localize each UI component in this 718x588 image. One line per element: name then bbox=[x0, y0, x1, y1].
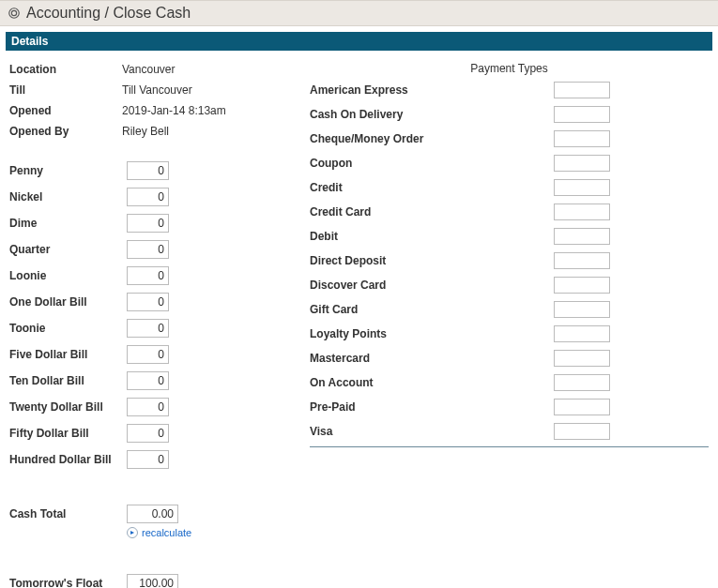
denomination-label: Loonie bbox=[9, 269, 127, 282]
tomorrows-float-label: Tomorrow's Float bbox=[9, 577, 127, 588]
payment-type-row: Pre-Paid bbox=[310, 398, 709, 416]
payment-type-row: Debit bbox=[310, 227, 709, 246]
payment-type-label: Direct Deposit bbox=[310, 254, 554, 267]
payment-type-row: Visa bbox=[310, 422, 709, 441]
denomination-row: Toonie bbox=[9, 319, 291, 338]
svg-point-0 bbox=[9, 8, 20, 19]
denomination-row: One Dollar Bill bbox=[9, 293, 291, 311]
payment-type-input[interactable] bbox=[554, 277, 610, 294]
payment-types-header: Payment Types bbox=[310, 60, 709, 81]
payment-type-row: Gift Card bbox=[310, 300, 709, 319]
denomination-row: Quarter bbox=[9, 240, 291, 259]
denomination-input[interactable] bbox=[127, 293, 169, 311]
payment-type-input[interactable] bbox=[554, 130, 610, 147]
denomination-label: Quarter bbox=[9, 243, 127, 256]
denomination-input[interactable] bbox=[127, 450, 169, 469]
payment-type-row: American Express bbox=[310, 81, 709, 99]
denomination-label: Five Dollar Bill bbox=[9, 348, 127, 361]
tomorrows-float-input[interactable] bbox=[127, 574, 178, 588]
payment-type-row: Credit bbox=[310, 178, 709, 197]
payment-type-input[interactable] bbox=[554, 155, 610, 172]
payment-type-label: Credit Card bbox=[310, 205, 554, 219]
payment-type-label: Coupon bbox=[310, 157, 554, 170]
recalculate-label: recalculate bbox=[142, 527, 191, 538]
denomination-label: Dime bbox=[9, 217, 127, 230]
denomination-row: Nickel bbox=[9, 188, 291, 206]
denomination-input[interactable] bbox=[127, 424, 169, 443]
cash-total-input[interactable] bbox=[127, 505, 178, 523]
payment-type-label: Visa bbox=[310, 425, 554, 438]
payment-type-input[interactable] bbox=[554, 350, 610, 367]
payment-type-label: Mastercard bbox=[310, 352, 554, 365]
svg-point-1 bbox=[11, 10, 16, 15]
payment-type-row: Direct Deposit bbox=[310, 251, 709, 270]
payment-types-divider bbox=[310, 446, 709, 447]
payment-type-row: Cheque/Money Order bbox=[310, 129, 709, 148]
left-column: Location Vancouver Till Till Vancouver O… bbox=[9, 60, 291, 588]
payment-type-label: Credit bbox=[310, 181, 554, 194]
payment-type-label: Discover Card bbox=[310, 279, 554, 292]
denomination-input[interactable] bbox=[127, 319, 169, 338]
location-value: Vancouver bbox=[122, 63, 175, 76]
opened-label: Opened bbox=[9, 104, 122, 117]
payment-type-input[interactable] bbox=[554, 325, 610, 342]
payment-type-row: Cash On Delivery bbox=[310, 105, 709, 124]
denomination-label: Hundred Dollar Bill bbox=[9, 453, 127, 466]
denomination-label: Twenty Dollar Bill bbox=[9, 400, 127, 414]
payment-type-label: On Account bbox=[310, 376, 554, 389]
denomination-row: Dime bbox=[9, 214, 291, 233]
till-label: Till bbox=[9, 83, 122, 97]
denomination-input[interactable] bbox=[127, 398, 169, 416]
page-title: Accounting / Close Cash bbox=[26, 5, 191, 22]
payment-type-input[interactable] bbox=[554, 204, 610, 220]
location-label: Location bbox=[9, 63, 122, 76]
payment-type-row: On Account bbox=[310, 373, 709, 392]
payment-type-label: Gift Card bbox=[310, 303, 554, 316]
payment-type-row: Discover Card bbox=[310, 276, 709, 294]
details-section-header: Details bbox=[6, 32, 712, 51]
title-bar: Accounting / Close Cash bbox=[0, 0, 718, 26]
denomination-label: Nickel bbox=[9, 190, 127, 204]
payment-type-input[interactable] bbox=[554, 423, 610, 440]
denomination-input[interactable] bbox=[127, 345, 169, 364]
opened-by-label: Opened By bbox=[9, 125, 122, 138]
denomination-input[interactable] bbox=[127, 240, 169, 259]
opened-by-value: Riley Bell bbox=[122, 125, 169, 138]
denomination-row: Twenty Dollar Bill bbox=[9, 398, 291, 416]
payment-type-label: Cash On Delivery bbox=[310, 108, 554, 121]
payment-type-input[interactable] bbox=[554, 106, 610, 123]
payment-type-input[interactable] bbox=[554, 252, 610, 269]
denomination-row: Fifty Dollar Bill bbox=[9, 424, 291, 443]
denomination-input[interactable] bbox=[127, 188, 169, 206]
denomination-label: One Dollar Bill bbox=[9, 295, 127, 309]
payment-type-row: Loyalty Points bbox=[310, 324, 709, 343]
payment-type-row: Mastercard bbox=[310, 349, 709, 368]
recalculate-link[interactable]: ▸ recalculate bbox=[127, 527, 291, 538]
denomination-row: Hundred Dollar Bill bbox=[9, 450, 291, 469]
denomination-input[interactable] bbox=[127, 266, 169, 285]
denomination-label: Penny bbox=[9, 164, 127, 177]
denomination-input[interactable] bbox=[127, 161, 169, 180]
payment-type-row: Credit Card bbox=[310, 203, 709, 221]
payment-type-input[interactable] bbox=[554, 374, 610, 391]
denomination-label: Ten Dollar Bill bbox=[9, 374, 127, 387]
denomination-row: Loonie bbox=[9, 266, 291, 285]
payment-type-input[interactable] bbox=[554, 301, 610, 318]
payment-type-input[interactable] bbox=[554, 399, 610, 415]
opened-value: 2019-Jan-14 8:13am bbox=[122, 104, 226, 117]
target-icon bbox=[8, 7, 21, 20]
payment-type-label: Cheque/Money Order bbox=[310, 132, 554, 145]
payment-type-label: American Express bbox=[310, 83, 554, 97]
denomination-input[interactable] bbox=[127, 214, 169, 233]
right-column: Payment Types American ExpressCash On De… bbox=[310, 60, 709, 588]
payment-type-label: Loyalty Points bbox=[310, 327, 554, 340]
denomination-input[interactable] bbox=[127, 371, 169, 390]
payment-type-input[interactable] bbox=[554, 82, 610, 98]
denomination-row: Five Dollar Bill bbox=[9, 345, 291, 364]
play-circle-icon: ▸ bbox=[127, 527, 138, 538]
payment-type-label: Pre-Paid bbox=[310, 400, 554, 414]
payment-type-row: Coupon bbox=[310, 154, 709, 173]
denomination-label: Toonie bbox=[9, 322, 127, 335]
payment-type-input[interactable] bbox=[554, 179, 610, 196]
payment-type-input[interactable] bbox=[554, 228, 610, 245]
